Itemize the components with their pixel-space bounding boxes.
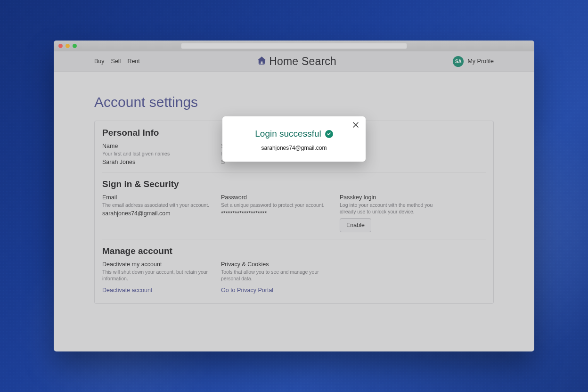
house-icon	[256, 55, 267, 68]
divider	[102, 172, 486, 172]
modal-title-text: Login successful	[255, 129, 321, 139]
field-email-desc: The email address associated with your a…	[102, 202, 212, 208]
field-passkey: Passkey login Log into your account with…	[340, 194, 453, 232]
security-row: Email The email address associated with …	[102, 194, 486, 232]
field-privacy-desc: Tools that allow you to see and manage y…	[221, 269, 330, 282]
page-content: Account settings Personal Info Name Your…	[54, 72, 534, 304]
field-name-desc: Your first and last given names	[102, 150, 212, 157]
section-manage-title: Manage account	[102, 246, 486, 256]
modal-title: Login successful	[255, 129, 333, 139]
brand[interactable]: Home Search	[256, 55, 336, 68]
my-profile-link[interactable]: My Profile	[467, 58, 494, 65]
nav-link-rent[interactable]: Rent	[127, 58, 139, 65]
field-name: Name Your first and last given names Sar…	[102, 143, 221, 165]
page-title: Account settings	[94, 94, 494, 110]
modal-email: sarahjones74@gmail.com	[232, 145, 356, 151]
section-security-title: Sign in & Security	[102, 179, 486, 189]
site-navbar: Buy Sell Rent Home Search SA My Profile	[54, 51, 534, 72]
url-bar[interactable]	[181, 43, 407, 49]
brand-text: Home Search	[269, 55, 336, 68]
field-password: Password Set a unique password to protec…	[221, 194, 340, 232]
field-email: Email The email address associated with …	[102, 194, 221, 232]
field-passkey-desc: Log into your account with the method yo…	[340, 202, 443, 215]
check-circle-icon	[325, 130, 333, 138]
browser-window: Buy Sell Rent Home Search SA My Profile …	[54, 41, 534, 351]
nav-link-sell[interactable]: Sell	[111, 58, 121, 65]
field-passkey-label: Passkey login	[340, 194, 443, 201]
avatar[interactable]: SA	[453, 56, 464, 67]
nav-right: SA My Profile	[453, 56, 494, 67]
manage-row: Deactivate my account This will shut dow…	[102, 261, 486, 294]
field-deactivate: Deactivate my account This will shut dow…	[102, 261, 221, 294]
field-privacy-label: Privacy & Cookies	[221, 261, 330, 268]
desktop-background: Buy Sell Rent Home Search SA My Profile …	[0, 0, 588, 392]
field-name-label: Name	[102, 143, 212, 149]
nav-link-buy[interactable]: Buy	[94, 58, 105, 65]
deactivate-account-link[interactable]: Deactivate account	[102, 287, 152, 294]
field-deactivate-label: Deactivate my account	[102, 261, 212, 268]
field-password-value: ********************	[221, 210, 330, 217]
field-email-label: Email	[102, 194, 212, 201]
field-password-label: Password	[221, 194, 330, 201]
field-deactivate-desc: This will shut down your account, but re…	[102, 269, 212, 282]
field-email-value: sarahjones74@gmail.com	[102, 210, 212, 217]
minimize-window-icon[interactable]	[65, 44, 70, 48]
enable-passkey-button[interactable]: Enable	[340, 218, 371, 232]
window-controls	[58, 44, 77, 48]
field-password-desc: Set a unique password to protect your ac…	[221, 202, 330, 208]
nav-links: Buy Sell Rent	[94, 58, 140, 65]
window-titlebar	[54, 41, 534, 51]
divider	[102, 239, 486, 239]
field-name-value: Sarah Jones	[102, 159, 212, 165]
privacy-portal-link[interactable]: Go to Privacy Portal	[221, 287, 273, 294]
field-privacy: Privacy & Cookies Tools that allow you t…	[221, 261, 340, 294]
close-icon[interactable]	[351, 121, 360, 130]
login-success-modal: Login successful sarahjones74@gmail.com	[222, 116, 366, 162]
maximize-window-icon[interactable]	[73, 44, 77, 48]
close-window-icon[interactable]	[58, 44, 63, 48]
